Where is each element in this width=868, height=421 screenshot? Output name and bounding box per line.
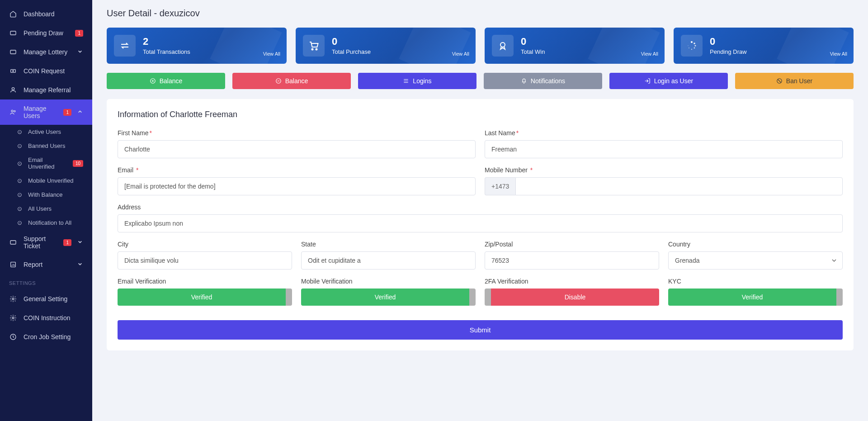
chevron-down-icon <box>78 240 83 245</box>
svg-point-20 <box>689 47 689 48</box>
sidebar-item-report[interactable]: Report <box>0 255 92 274</box>
svg-point-9 <box>12 298 14 300</box>
svg-rect-7 <box>10 241 16 244</box>
kyc-toggle[interactable]: Verified <box>668 289 843 306</box>
zip-label: Zip/Postal <box>485 241 659 248</box>
city-input[interactable] <box>118 251 292 270</box>
login-as-user-button[interactable]: Login as User <box>609 73 728 89</box>
zip-input[interactable] <box>485 251 659 270</box>
kyc-label: KYC <box>668 278 843 285</box>
stats-row: 2Total Transactions View All 0Total Purc… <box>107 28 854 64</box>
gear-icon <box>9 295 17 303</box>
svg-point-10 <box>12 317 14 319</box>
sidebar-badge: 1 <box>63 239 71 246</box>
circle-icon: ⊙ <box>16 129 23 135</box>
svg-point-18 <box>694 47 695 49</box>
svg-point-16 <box>693 43 695 44</box>
toggle-handle <box>286 289 292 306</box>
submit-button[interactable]: Submit <box>118 320 843 340</box>
svg-rect-1 <box>10 50 16 54</box>
svg-point-4 <box>12 88 14 90</box>
sidebar-item-manage-lottery[interactable]: Manage Lottery <box>0 43 92 61</box>
subtract-balance-button[interactable]: Balance <box>232 73 351 89</box>
address-label: Address <box>118 203 843 211</box>
logins-button[interactable]: Logins <box>358 73 476 89</box>
chevron-down-icon <box>78 49 83 55</box>
country-label: Country <box>668 241 843 248</box>
coin-icon <box>9 67 17 75</box>
sidebar-sub-mobile-unverified[interactable]: ⊙Mobile Unverified <box>0 174 92 188</box>
sidebar-sub-email-unverified[interactable]: ⊙Email Unverified10 <box>0 153 92 174</box>
sidebar-badge: 10 <box>73 160 83 167</box>
notifications-button[interactable]: Notifications <box>484 73 602 89</box>
sidebar-label: Report <box>24 261 71 268</box>
sidebar-sub-all-users[interactable]: ⊙All Users <box>0 202 92 216</box>
svg-rect-0 <box>10 31 16 35</box>
sidebar-sub-notification-all[interactable]: ⊙Notification to All <box>0 216 92 230</box>
email-input[interactable] <box>118 177 476 195</box>
chevron-up-icon <box>78 109 83 115</box>
sidebar-item-coin-request[interactable]: COIN Request <box>0 61 92 80</box>
add-balance-button[interactable]: Balance <box>107 73 225 89</box>
sidebar-sub-with-balance[interactable]: ⊙With Balance <box>0 188 92 202</box>
user-icon <box>9 86 17 94</box>
twofa-label: 2FA Verification <box>485 278 659 285</box>
state-input[interactable] <box>301 251 476 270</box>
ticket-icon <box>9 29 17 37</box>
svg-point-14 <box>500 43 505 47</box>
twofa-toggle[interactable]: Disable <box>485 289 659 306</box>
mobile-input[interactable] <box>515 177 843 195</box>
mobile-ver-toggle[interactable]: Verified <box>301 289 476 306</box>
sidebar-sub-active-users[interactable]: ⊙Active Users <box>0 125 92 139</box>
first-name-input[interactable] <box>118 140 476 158</box>
email-ver-toggle[interactable]: Verified <box>118 289 292 306</box>
circle-icon: ⊙ <box>16 192 23 198</box>
ticket-icon <box>9 48 17 56</box>
country-select[interactable]: Grenada <box>668 251 843 270</box>
sidebar-label: General Setting <box>24 295 83 303</box>
stat-pending-draw: 0Pending Draw View All <box>674 28 854 64</box>
sidebar-badge: 1 <box>63 109 71 116</box>
sidebar: Dashboard Pending Draw 1 Manage Lottery … <box>0 0 92 421</box>
email-label: Email * <box>118 166 476 174</box>
sidebar-item-cron-job[interactable]: Cron Job Setting <box>0 327 92 346</box>
svg-rect-2 <box>11 70 16 73</box>
view-all-link[interactable]: View All <box>452 51 469 57</box>
sidebar-item-general-setting[interactable]: General Setting <box>0 289 92 308</box>
svg-point-21 <box>688 45 689 46</box>
svg-point-6 <box>14 110 15 112</box>
svg-point-17 <box>694 45 696 46</box>
svg-point-19 <box>691 49 692 50</box>
circle-icon: ⊙ <box>16 178 23 184</box>
user-info-card: Information of Charlotte Freeman First N… <box>107 99 854 350</box>
view-all-link[interactable]: View All <box>830 51 847 57</box>
circle-icon: ⊙ <box>16 160 23 166</box>
stat-transactions: 2Total Transactions View All <box>107 28 287 64</box>
mobile-ver-label: Mobile Verification <box>301 278 476 285</box>
sidebar-item-manage-referral[interactable]: Manage Referral <box>0 80 92 99</box>
address-input[interactable] <box>118 214 843 232</box>
sidebar-item-support-ticket[interactable]: Support Ticket 1 <box>0 230 92 255</box>
sidebar-item-coin-instruction[interactable]: COIN Instruction <box>0 308 92 327</box>
badge-icon <box>492 35 514 57</box>
cart-icon <box>303 35 325 57</box>
sidebar-item-dashboard[interactable]: Dashboard <box>0 5 92 24</box>
circle-icon: ⊙ <box>16 206 23 212</box>
home-icon <box>9 10 17 18</box>
last-name-label: Last Name* <box>485 129 843 137</box>
state-label: State <box>301 241 476 248</box>
view-all-link[interactable]: View All <box>641 51 658 57</box>
circle-icon: ⊙ <box>16 143 23 149</box>
stat-win: 0Total Win View All <box>485 28 665 64</box>
sidebar-item-pending-draw[interactable]: Pending Draw 1 <box>0 24 92 43</box>
sidebar-label: Support Ticket <box>24 235 57 250</box>
ban-user-button[interactable]: Ban User <box>735 73 854 89</box>
last-name-input[interactable] <box>485 140 843 158</box>
sidebar-sub-banned-users[interactable]: ⊙Banned Users <box>0 139 92 153</box>
first-name-label: First Name* <box>118 129 476 137</box>
gear-icon <box>9 314 17 322</box>
card-title: Information of Charlotte Freeman <box>118 110 843 119</box>
sidebar-item-manage-users[interactable]: Manage Users 1 <box>0 99 92 125</box>
view-all-link[interactable]: View All <box>263 51 280 57</box>
sidebar-label: COIN Instruction <box>24 314 83 322</box>
